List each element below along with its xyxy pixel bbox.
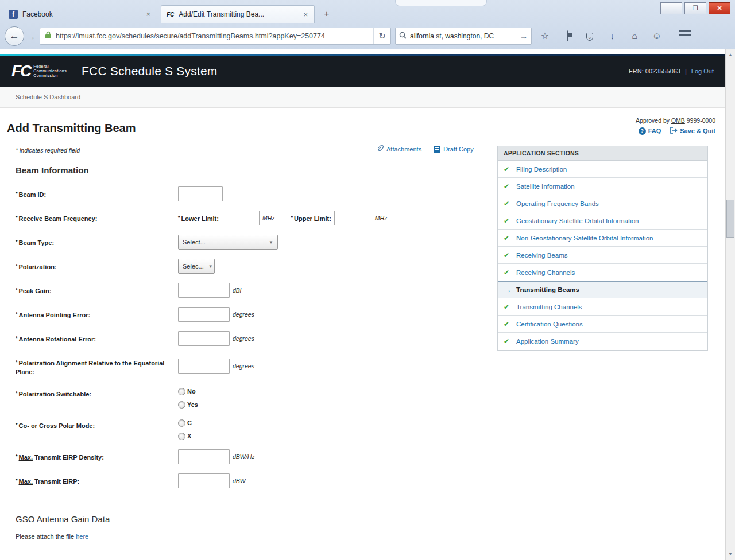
maximize-button[interactable]: ❐ [684, 2, 706, 14]
scroll-up-arrow[interactable]: ▲ [726, 50, 735, 60]
url-input[interactable] [56, 32, 369, 40]
sidebar-item-transmitting-channels[interactable]: ✔ Transmitting Channels [498, 298, 707, 316]
search-input[interactable] [410, 32, 516, 40]
back-button[interactable]: ← [5, 26, 24, 46]
co-polar-option[interactable]: C [178, 419, 192, 427]
exit-icon [670, 127, 678, 135]
download-icon[interactable]: ↓ [603, 28, 621, 45]
bookmark-star-icon[interactable]: ☆ [536, 28, 554, 45]
page-viewport: FC Federal Communications Commission FCC… [0, 49, 725, 560]
polarization-switchable-no-option[interactable]: No [178, 388, 198, 395]
check-icon: ✔ [504, 337, 512, 345]
check-icon: ✔ [504, 165, 512, 173]
paperclip-icon [376, 145, 384, 154]
close-icon[interactable]: × [145, 10, 152, 18]
sidebar-item-certification-questions[interactable]: ✔ Certification Questions [498, 316, 707, 333]
frn-label: FRN: 0023555063 [629, 68, 680, 75]
search-icon [399, 31, 407, 41]
navigation-bar: ← → ↻ → ☆ ⌄ ↓ ⌂ ☺ [0, 23, 735, 49]
sections-header: APPLICATION SECTIONS [498, 146, 707, 161]
section-divider [16, 501, 471, 501]
fcc-favicon-icon: FC [167, 11, 174, 18]
check-icon: ✔ [504, 234, 512, 242]
tab-title: Add/Edit Transmitting Bea... [179, 10, 297, 18]
attach-file-here-link[interactable]: here [76, 533, 88, 540]
sidebar-item-geostationary-orbital-info[interactable]: ✔ Geostationary Satellite Orbital Inform… [498, 212, 707, 230]
bookmarks-menu-icon[interactable] [558, 28, 577, 45]
sidebar-item-application-summary[interactable]: ✔ Application Summary [498, 333, 707, 350]
omb-approval-text: Approved by OMB 9999-0000 [636, 117, 715, 124]
polarization-row: *Polarization: Selec... ▼ [16, 259, 471, 274]
cross-polar-option[interactable]: X [178, 433, 192, 440]
minimize-button[interactable]: — [660, 2, 682, 14]
antenna-pointing-error-input[interactable] [178, 307, 230, 322]
sidebar-item-satellite-information[interactable]: ✔ Satellite Information [498, 178, 707, 195]
lock-icon [45, 31, 52, 41]
new-tab-button[interactable]: + [319, 7, 334, 20]
beam-type-row: *Beam Type: Select... ▼ [16, 235, 471, 250]
tab-bar: f Facebook × FC Add/Edit Transmitting Be… [0, 0, 735, 23]
radio-icon[interactable] [178, 419, 185, 427]
clipboard-icon [567, 30, 568, 41]
radio-icon[interactable] [178, 433, 185, 440]
tab-facebook[interactable]: f Facebook × [3, 5, 157, 23]
sidebar-item-filing-description[interactable]: ✔ Filing Description [498, 161, 707, 178]
max-transmit-eirp-row: *Max. Transmit EIRP: dBW [16, 473, 471, 488]
page-title: Add Transmitting Beam [7, 122, 136, 135]
url-bar[interactable]: ↻ [40, 28, 391, 45]
sidebar-item-non-geostationary-orbital-info[interactable]: ✔ Non-Geostationary Satellite Orbital In… [498, 230, 707, 247]
polarization-select[interactable]: Selec... ▼ [178, 259, 215, 274]
section-divider [16, 553, 471, 553]
polarization-switchable-row: *Polarization Switchable: No Yes [16, 386, 471, 409]
sidebar-item-receiving-channels[interactable]: ✔ Receiving Channels [498, 264, 707, 281]
main-content: Add Transmitting Beam Approved by OMB 99… [0, 108, 725, 560]
lower-limit-input[interactable] [222, 211, 260, 225]
forward-button[interactable]: → [27, 32, 36, 41]
max-transmit-eirp-density-row: *Max. Transmit EIRP Density: dBW/Hz [16, 449, 471, 464]
polarization-switchable-yes-option[interactable]: Yes [178, 401, 198, 409]
save-quit-link[interactable]: Save & Quit [670, 127, 715, 135]
beam-id-input[interactable] [178, 186, 223, 201]
scrollbar-thumb[interactable] [726, 200, 734, 238]
home-icon[interactable]: ⌂ [625, 28, 644, 45]
menu-icon[interactable] [670, 28, 688, 45]
max-transmit-eirp-density-input[interactable] [178, 449, 230, 464]
upper-limit-input[interactable] [334, 211, 372, 225]
sidebar-item-operating-frequency-bands[interactable]: ✔ Operating Frequency Bands [498, 195, 707, 212]
peak-gain-input[interactable] [178, 283, 230, 298]
check-icon: ✔ [504, 303, 512, 311]
antenna-rotational-error-input[interactable] [178, 331, 230, 346]
emoji-extension-icon[interactable]: ☺ [648, 28, 666, 45]
application-sections-panel: APPLICATION SECTIONS ✔ Filing Descriptio… [497, 146, 708, 351]
beam-type-select[interactable]: Select... ▼ [178, 235, 278, 250]
close-icon[interactable]: × [302, 10, 309, 19]
chevron-down-icon: ▼ [208, 264, 213, 269]
polarization-alignment-input[interactable] [178, 359, 230, 374]
gso-antenna-gain-data-title: GSO Antenna Gain Data [16, 514, 471, 524]
document-links: Attachments Draft Copy [376, 145, 474, 154]
attachments-link[interactable]: Attachments [376, 145, 421, 154]
close-window-button[interactable]: ✕ [709, 2, 730, 14]
draft-copy-link[interactable]: Draft Copy [434, 145, 474, 154]
logout-link[interactable]: Log Out [691, 68, 714, 75]
sidebar-item-receiving-beams[interactable]: ✔ Receiving Beams [498, 247, 707, 264]
breadcrumb: Schedule S Dashboard [0, 87, 725, 108]
required-field-note: * indicates required field [16, 147, 80, 154]
vertical-scrollbar[interactable]: ▲ ▼ [725, 49, 735, 560]
max-transmit-eirp-input[interactable] [178, 473, 230, 488]
breadcrumb-link[interactable]: Schedule S Dashboard [16, 94, 80, 100]
site-title: FCC Schedule S System [82, 64, 217, 78]
sidebar-item-transmitting-beams[interactable]: → Transmitting Beams [498, 281, 707, 298]
search-bar[interactable]: → [395, 28, 532, 45]
pocket-icon[interactable]: ⌄ [581, 28, 599, 45]
browser-chrome: f Facebook × FC Add/Edit Transmitting Be… [0, 0, 735, 49]
gso-attach-text: Please attach the file here [16, 533, 471, 540]
faq-link[interactable]: ? FAQ [639, 127, 662, 135]
tab-fcc-schedule[interactable]: FC Add/Edit Transmitting Bea... × [161, 5, 315, 23]
site-header: FC Federal Communications Commission FCC… [0, 56, 725, 87]
scroll-down-arrow[interactable]: ▼ [726, 550, 735, 559]
radio-icon[interactable] [178, 388, 185, 395]
reload-icon[interactable]: ↻ [373, 28, 390, 44]
search-go-icon[interactable]: → [520, 32, 528, 41]
radio-icon[interactable] [178, 401, 185, 409]
